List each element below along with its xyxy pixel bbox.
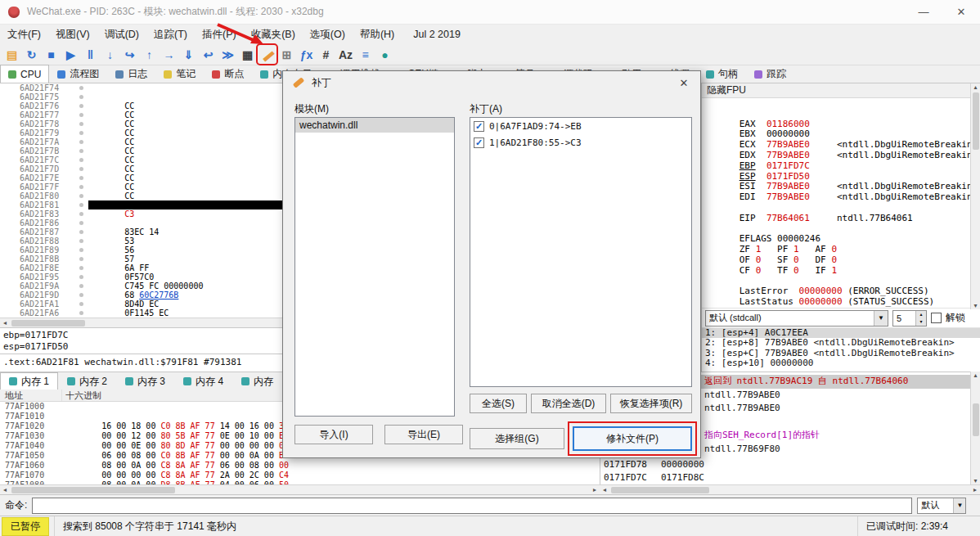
select-all-button[interactable]: 全选(S): [470, 394, 527, 413]
close-button[interactable]: ✕: [942, 0, 980, 24]
menu-view[interactable]: 视图(V): [48, 25, 97, 44]
tab-trace[interactable]: 跟踪: [746, 65, 794, 83]
patch-file-button[interactable]: 修补文件(P): [573, 426, 692, 451]
scroll-up-icon[interactable]: ▴: [973, 83, 977, 91]
chevron-down-icon[interactable]: ▼: [874, 311, 888, 326]
memory-tab-4[interactable]: 内存 4: [174, 372, 232, 390]
scroll-left-icon[interactable]: ◂: [0, 319, 10, 327]
breakpoint-dot[interactable]: [74, 218, 88, 227]
step-over-icon[interactable]: ↪: [120, 45, 139, 64]
hide-fpu-button[interactable]: 隐藏FPU: [702, 83, 980, 98]
restart-icon[interactable]: ↻: [22, 45, 41, 64]
menu-file[interactable]: 文件(F): [0, 25, 48, 44]
argument-line[interactable]: 2: [esp+8] 77B9ABE0 <ntdll.DbgUiRemoteBr…: [702, 338, 980, 348]
stepper-arrows[interactable]: ▴▾: [915, 311, 926, 326]
run-to-user-code-icon[interactable]: ↩: [199, 45, 218, 64]
open-file-icon[interactable]: ▤: [2, 45, 21, 64]
strings-icon[interactable]: Az: [336, 45, 355, 64]
hash-icon[interactable]: #: [317, 45, 335, 64]
spin-up-icon[interactable]: ▴: [916, 311, 926, 318]
breakpoint-dot[interactable]: [74, 92, 88, 101]
stop-icon[interactable]: ■: [42, 45, 61, 64]
dialog-title-bar[interactable]: 补丁 ✕: [283, 71, 700, 94]
handles-icon[interactable]: ●: [375, 45, 394, 64]
tab-notes[interactable]: 笔记: [155, 65, 204, 83]
tab-log[interactable]: 日志: [107, 65, 155, 83]
tab-cpu[interactable]: CPU: [0, 65, 49, 83]
command-input[interactable]: [32, 498, 912, 514]
stack-h-thumb[interactable]: [611, 487, 709, 493]
run-icon[interactable]: ▶: [61, 45, 80, 64]
scroll-right-icon[interactable]: ▸: [970, 486, 980, 493]
pick-groups-button[interactable]: 选择组(G): [470, 428, 564, 449]
breakpoint-dot[interactable]: [74, 155, 88, 164]
menu-help[interactable]: 帮助(H): [353, 25, 402, 44]
stack-v-scrollbar[interactable]: ▴ ▾: [970, 372, 980, 484]
register-line[interactable]: EAX 01186000: [702, 98, 980, 109]
breakpoint-dot[interactable]: [74, 200, 88, 209]
minimize-button[interactable]: —: [905, 0, 942, 24]
fx-icon[interactable]: ƒx: [297, 45, 316, 64]
breakpoint-dot[interactable]: [74, 128, 88, 137]
breakpoint-dot[interactable]: [74, 182, 88, 191]
registers-v-scrollbar[interactable]: ▴ ▾: [970, 83, 980, 309]
stack-row[interactable]: 0171FD7C 0171FD8C: [604, 472, 704, 484]
scroll-down-icon[interactable]: ▾: [973, 477, 977, 484]
breakpoint-dot[interactable]: [74, 300, 88, 309]
execute-till-return-icon[interactable]: ⇓: [179, 45, 198, 64]
scroll-up-icon[interactable]: ▴: [973, 372, 977, 379]
registers-v-track[interactable]: [971, 91, 980, 302]
spin-down-icon[interactable]: ▾: [916, 318, 926, 326]
breakpoint-dot[interactable]: [74, 164, 88, 173]
breakpoint-dot[interactable]: [74, 119, 88, 128]
restore-selected-button[interactable]: 恢复选择项(R): [610, 394, 692, 413]
breakpoint-dot[interactable]: [74, 101, 88, 110]
breakpoint-dot[interactable]: [74, 263, 88, 273]
memory-tab-1[interactable]: 内存 1: [0, 372, 58, 390]
menu-options[interactable]: 选项(O): [303, 25, 353, 44]
breakpoint-dot[interactable]: [74, 146, 88, 155]
breakpoint-dot[interactable]: [74, 227, 88, 236]
breakpoint-dot[interactable]: [74, 254, 88, 263]
arg-count-stepper[interactable]: 5 ▴▾: [892, 310, 927, 327]
memory-tab-2[interactable]: 内存 2: [58, 372, 116, 390]
stack-h-scrollbar[interactable]: ◂ ▸: [600, 484, 980, 494]
step-out-icon[interactable]: ↑: [140, 45, 159, 64]
argument-line[interactable]: 4: [esp+10] 00000000: [702, 358, 980, 368]
dump-h-scrollbar[interactable]: ◂ ▸: [0, 484, 600, 494]
dump-h-thumb[interactable]: [11, 487, 175, 493]
menu-favourites[interactable]: 收藏夹(B): [244, 25, 303, 44]
patch-checkbox[interactable]: ✓: [474, 137, 484, 148]
breakpoint-dot[interactable]: [74, 309, 88, 318]
stack-h-track[interactable]: [609, 485, 970, 494]
stack-v-track[interactable]: [971, 379, 980, 477]
menu-plugins[interactable]: 插件(P): [195, 25, 244, 44]
tab-handles[interactable]: 句柄: [698, 65, 746, 83]
pause-icon[interactable]: ‖: [81, 45, 100, 64]
tab-graph[interactable]: 流程图: [49, 65, 107, 83]
disasm-h-thumb[interactable]: [11, 320, 85, 327]
breakpoint-dot[interactable]: [74, 273, 88, 282]
dump-h-track[interactable]: [10, 485, 590, 494]
breakpoint-dot[interactable]: [74, 291, 88, 300]
script-icon[interactable]: ≡: [356, 45, 375, 64]
breakpoint-dot[interactable]: [74, 209, 88, 218]
command-syntax-dropdown[interactable]: 默认 ▼: [917, 498, 966, 514]
module-list-item[interactable]: wechatwin.dll: [295, 118, 454, 133]
patch-list-item[interactable]: ✓ 1|6AD21F80:55->C3: [470, 134, 691, 151]
convention-dropdown[interactable]: 默认 (stdcall) ▼: [705, 310, 888, 327]
breakpoint-dot[interactable]: [74, 282, 88, 291]
tab-breakpoints[interactable]: 断点: [204, 65, 252, 83]
patch-icon[interactable]: ▬: [258, 45, 276, 64]
menu-debug[interactable]: 调试(D): [97, 25, 146, 44]
menu-trace[interactable]: 追踪(T): [146, 25, 195, 44]
run-to-cursor-icon[interactable]: →: [160, 45, 178, 64]
scroll-left-icon[interactable]: ◂: [600, 486, 609, 493]
memory-tab-5[interactable]: 内存: [232, 372, 282, 390]
breakpoint-dot[interactable]: [74, 110, 88, 119]
dump-row[interactable]: 77AF1070 08 00 0A 00 A4 D7 AF 77 18 00 1…: [0, 471, 600, 480]
scroll-right-icon[interactable]: ▸: [590, 486, 600, 493]
memory-map-icon[interactable]: ▦: [238, 45, 257, 64]
chevron-down-icon[interactable]: ▼: [953, 498, 965, 513]
dump-row[interactable]: 77AF1060 08 00 0A 00 D8 8B AF 77 04 00 0…: [0, 461, 600, 471]
